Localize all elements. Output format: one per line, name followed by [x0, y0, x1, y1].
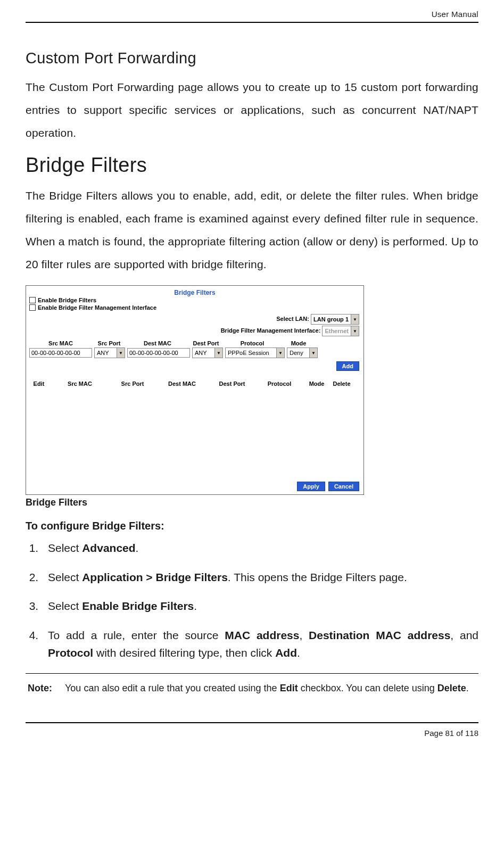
step-2: Select Application > Bridge Filters. Thi… — [42, 569, 478, 586]
chevron-down-icon: ▼ — [351, 315, 359, 324]
col2-delete: Delete — [331, 380, 353, 387]
steps-list: Select Advanced. Select Application > Br… — [42, 540, 478, 661]
select-lan[interactable]: LAN group 1 ▼ — [311, 314, 359, 325]
select-dest-port[interactable]: ANY ▼ — [192, 348, 223, 358]
col2-protocol: Protocol — [256, 380, 303, 387]
step-text: . This opens the Bridge Filters page. — [228, 571, 407, 583]
select-protocol-value: PPPoE Session — [226, 350, 276, 356]
step-text: Select — [48, 542, 82, 554]
checkbox-enable-bridge-filters[interactable] — [29, 297, 36, 303]
step-bold: Enable Bridge Filters — [82, 600, 194, 612]
note-bold: Delete — [437, 683, 466, 693]
heading-custom-port-forwarding: Custom Port Forwarding — [26, 49, 478, 67]
figure-caption: Bridge Filters — [26, 497, 478, 508]
chevron-down-icon: ▼ — [117, 348, 125, 358]
col-dest-mac: Dest MAC — [126, 340, 189, 346]
note-text-part: You can also edit a rule that you create… — [65, 683, 280, 693]
step-text: Select — [48, 600, 82, 612]
chevron-down-icon: ▼ — [351, 326, 359, 336]
col2-src-mac: Src MAC — [51, 380, 109, 387]
col2-src-port: Src Port — [111, 380, 154, 387]
col2-mode: Mode — [305, 380, 328, 387]
select-protocol[interactable]: PPPoE Session ▼ — [225, 348, 285, 358]
para-bridge-filters: The Bridge Filters allows you to enable,… — [26, 184, 478, 276]
add-button[interactable]: Add — [336, 361, 359, 371]
step-4: To add a rule, enter the source MAC addr… — [42, 627, 478, 661]
step-bold: Protocol — [48, 647, 93, 659]
step-text: with desired filtering type, then click — [93, 647, 275, 659]
note-label: Note: — [28, 683, 52, 694]
step-3: Select Enable Bridge Filters. — [42, 598, 478, 615]
step-1: Select Advanced. — [42, 540, 478, 557]
step-bold: Application > Bridge Filters — [82, 571, 228, 583]
step-text: Select — [48, 571, 82, 583]
label-bf-mgmt-iface: Bridge Filter Management Interface: — [221, 327, 321, 334]
step-text: . — [136, 542, 139, 554]
col-src-port: Src Port — [94, 340, 124, 346]
step-text: , and — [450, 629, 478, 641]
header-rule — [26, 22, 478, 23]
para-custom-port-forwarding: The Custom Port Forwarding page allows y… — [26, 76, 478, 144]
label-select-lan: Select LAN: — [276, 316, 309, 322]
step-bold: Add — [275, 647, 297, 659]
col-mode: Mode — [284, 340, 313, 346]
input-src-mac[interactable] — [29, 348, 92, 358]
page-footer: Page 81 of 118 — [26, 723, 478, 747]
heading-bridge-filters: Bridge Filters — [26, 154, 478, 177]
note-text-part: . — [466, 683, 469, 693]
step-bold: Advanced — [82, 542, 135, 554]
step-text: To add a rule, enter the source — [48, 629, 225, 641]
heading-configure: To configure Bridge Filters: — [26, 520, 478, 532]
label-enable-bridge-filters: Enable Bridge Filters — [38, 297, 96, 303]
select-lan-value: LAN group 1 — [311, 316, 351, 322]
select-mode[interactable]: Deny ▼ — [287, 348, 318, 358]
bridge-filters-screenshot: Bridge Filters Enable Bridge Filters Ena… — [26, 285, 364, 495]
cancel-button[interactable]: Cancel — [328, 482, 359, 491]
step-text: . — [194, 600, 197, 612]
select-mode-value: Deny — [287, 350, 309, 356]
select-dest-port-value: ANY — [193, 350, 214, 356]
col-protocol: Protocol — [223, 340, 282, 346]
col-dest-port: Dest Port — [191, 340, 221, 346]
step-bold: Destination MAC address — [309, 629, 450, 641]
col2-edit: Edit — [29, 380, 48, 387]
label-enable-bf-mgmt-iface: Enable Bridge Filter Management Interfac… — [38, 304, 156, 311]
select-bf-mgmt-iface-value: Ethernet — [323, 328, 351, 334]
chevron-down-icon: ▼ — [214, 348, 222, 358]
chevron-down-icon: ▼ — [276, 348, 284, 358]
col2-dest-port: Dest Port — [210, 380, 254, 387]
step-bold: MAC address — [225, 629, 299, 641]
chevron-down-icon: ▼ — [309, 348, 317, 358]
step-text: , — [299, 629, 309, 641]
note-row: Note: You can also edit a rule that you … — [26, 674, 478, 703]
doc-header: User Manual — [26, 10, 478, 22]
note-bold: Edit — [280, 683, 298, 693]
note-text: You can also edit a rule that you create… — [65, 681, 476, 696]
select-src-port[interactable]: ANY ▼ — [94, 348, 125, 358]
col2-dest-mac: Dest MAC — [156, 380, 208, 387]
select-bf-mgmt-iface: Ethernet ▼ — [322, 326, 359, 336]
col-src-mac: Src MAC — [29, 340, 92, 346]
step-text: . — [297, 647, 300, 659]
input-dest-mac[interactable] — [127, 348, 190, 358]
screenshot-title: Bridge Filters — [26, 286, 363, 296]
checkbox-enable-bf-mgmt-iface[interactable] — [29, 304, 36, 311]
note-text-part: checkbox. You can delete using — [298, 683, 437, 693]
apply-button[interactable]: Apply — [297, 482, 325, 491]
select-src-port-value: ANY — [95, 350, 117, 356]
